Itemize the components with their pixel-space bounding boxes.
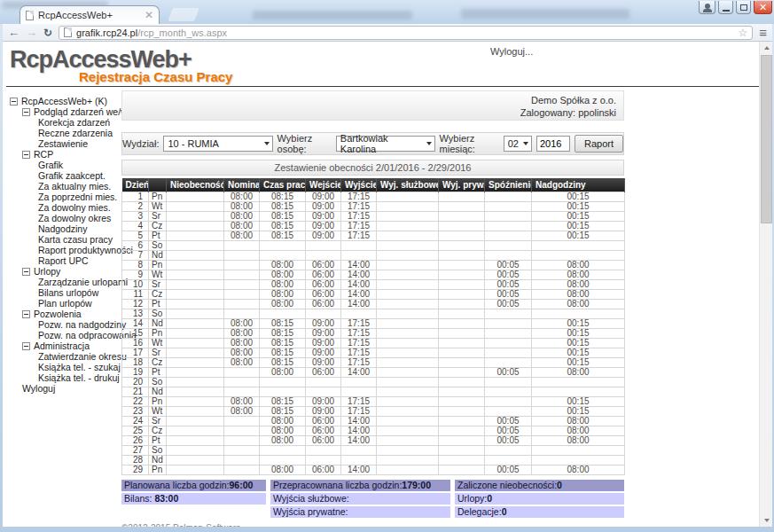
table-cell <box>439 368 485 378</box>
table-cell <box>485 456 532 466</box>
table-cell <box>377 348 439 358</box>
scroll-up-icon[interactable] <box>760 42 772 54</box>
new-tab-button[interactable] <box>168 8 199 21</box>
url-path: /rcp_month_ws.aspx <box>137 27 227 38</box>
sidebar-item[interactable]: Korekcja zdarzeń <box>8 117 116 128</box>
sidebar-item[interactable]: Za dowolny okres <box>8 213 116 223</box>
sidebar-item[interactable]: RCP <box>8 149 116 160</box>
collapse-icon[interactable] <box>22 342 30 350</box>
table-cell: Nd <box>149 251 167 261</box>
sidebar-item[interactable]: Zatwierdzanie okresu <box>8 351 116 362</box>
year-input[interactable] <box>536 136 570 152</box>
collapse-icon[interactable] <box>22 268 30 276</box>
collapse-icon[interactable] <box>22 108 30 116</box>
table-cell <box>167 368 224 378</box>
maximize-button[interactable] <box>736 1 751 14</box>
profile-button[interactable] <box>699 1 715 14</box>
sidebar-item[interactable]: Zestawienie <box>8 138 116 149</box>
sidebar-item[interactable]: Bilans urlopów <box>8 287 116 298</box>
table-cell: 00:05 <box>485 368 532 378</box>
table-cell: Pn <box>149 466 167 475</box>
table-cell: 00:15 <box>532 358 625 368</box>
table-cell <box>260 378 306 387</box>
sidebar-item[interactable]: Książka tel. - szukaj <box>8 362 116 372</box>
table-cell <box>377 436 439 446</box>
table-cell <box>167 290 224 300</box>
sidebar-item[interactable]: Książka tel. - drukuj <box>8 372 116 383</box>
main-panel: Demo Spółka z o.o. Zalogowany: ppolinski… <box>121 90 624 527</box>
sidebar-item[interactable]: Administracja <box>8 340 116 351</box>
table-cell: 09:00 <box>306 348 341 358</box>
table-cell: Pn <box>149 192 167 202</box>
table-cell <box>306 241 341 251</box>
address-bar[interactable]: grafik.rcp24.pl/rcp_month_ws.aspx ☆ <box>59 26 753 40</box>
table-cell: 00:05 <box>485 436 532 446</box>
logout-link[interactable]: Wyloguj... <box>490 46 533 57</box>
table-cell <box>167 397 224 407</box>
tab-close-icon[interactable]: ✕ <box>145 11 153 20</box>
table-cell: 26 <box>122 436 149 446</box>
sidebar-item[interactable]: Urlopy <box>8 266 116 277</box>
collapse-icon[interactable] <box>22 151 30 159</box>
osoba-select[interactable]: Bartkowiak Karolina <box>336 136 435 152</box>
month-select[interactable]: 02 <box>504 136 532 152</box>
collapse-icon[interactable] <box>10 98 18 106</box>
scrollbar-thumb[interactable] <box>761 55 772 223</box>
summary-row: Przepracownana liczba godzin:179:00 <box>270 480 450 491</box>
table-cell <box>167 222 224 231</box>
sidebar-item[interactable]: Podgląd zdarzeń we/wy <box>8 106 116 117</box>
column-header: Wyjście <box>341 178 377 192</box>
maximize-icon <box>740 4 747 11</box>
sidebar-item-label: Urlopy <box>34 266 60 277</box>
table-cell: 9 <box>122 270 149 280</box>
table-cell <box>439 202 485 212</box>
sidebar-item[interactable]: Raport produktywności <box>8 245 116 255</box>
table-cell <box>439 251 485 261</box>
sidebar-item[interactable]: Wyloguj <box>8 383 116 394</box>
sidebar-item[interactable]: Pozwolenia <box>8 309 116 319</box>
table-cell <box>439 261 485 270</box>
sidebar-item[interactable]: Grafik zaakcept. <box>8 170 116 181</box>
sidebar-item[interactable]: Pozw. na nadgodziny <box>8 319 116 330</box>
table-cell: 08:15 <box>260 231 306 241</box>
minimize-button[interactable] <box>718 1 733 14</box>
sidebar-item[interactable]: Za poprzedni mies. <box>8 192 116 202</box>
chevron-down-icon <box>264 142 270 145</box>
close-button[interactable]: ✕ <box>754 1 772 14</box>
sidebar-item[interactable]: Pozw. na odpracowania <box>8 330 116 340</box>
menu-icon[interactable]: ≡ <box>759 27 767 39</box>
table-cell <box>439 378 485 387</box>
table-cell: 08:00 <box>224 319 260 329</box>
sidebar-item[interactable]: Za aktualny mies. <box>8 181 116 192</box>
sidebar-item[interactable]: RcpAccessWeb+ (K) <box>8 96 116 106</box>
table-cell <box>224 378 260 387</box>
sidebar-item[interactable]: Grafik <box>8 160 116 170</box>
bookmark-star-icon[interactable]: ☆ <box>738 27 747 39</box>
column-header: Nieobecność <box>167 178 224 192</box>
scroll-down-icon[interactable] <box>760 514 772 527</box>
wydzial-select[interactable]: 10 - RUMIA <box>163 136 272 152</box>
page-scrollbar[interactable] <box>759 42 772 527</box>
forward-button[interactable]: → <box>26 26 37 40</box>
reload-button[interactable]: ↻ <box>43 27 52 39</box>
sidebar-item[interactable]: Karta czasu pracy <box>8 234 116 245</box>
sidebar-item[interactable]: Plan urlopów <box>8 298 116 309</box>
raport-button[interactable]: Raport <box>575 135 623 153</box>
table-cell: 08:00 <box>224 358 260 368</box>
collapse-icon[interactable] <box>22 310 30 318</box>
table-cell: 29 <box>122 466 149 475</box>
table-cell: Nd <box>149 456 167 466</box>
sidebar-tree: RcpAccessWeb+ (K)Podgląd zdarzeń we/wyKo… <box>3 90 116 527</box>
table-cell <box>439 319 485 329</box>
table-row: 23Wt08:0008:1509:0017:1500:15 <box>122 407 625 417</box>
sidebar-item[interactable]: Zarządzanie urlopami <box>8 277 116 287</box>
sidebar-item[interactable]: Reczne zdarzenia <box>8 128 116 138</box>
browser-tab[interactable]: RcpAccessWeb+ ✕ <box>20 5 160 24</box>
sidebar-item[interactable]: Raport UPC <box>8 255 116 266</box>
table-cell: 00:05 <box>485 466 532 475</box>
back-button[interactable]: ← <box>8 26 20 40</box>
sidebar-item[interactable]: Za dowolny mies. <box>8 202 116 213</box>
tab-title: RcpAccessWeb+ <box>38 10 140 20</box>
sidebar-item[interactable]: Nadgodziny <box>8 223 116 234</box>
table-cell <box>485 446 532 456</box>
